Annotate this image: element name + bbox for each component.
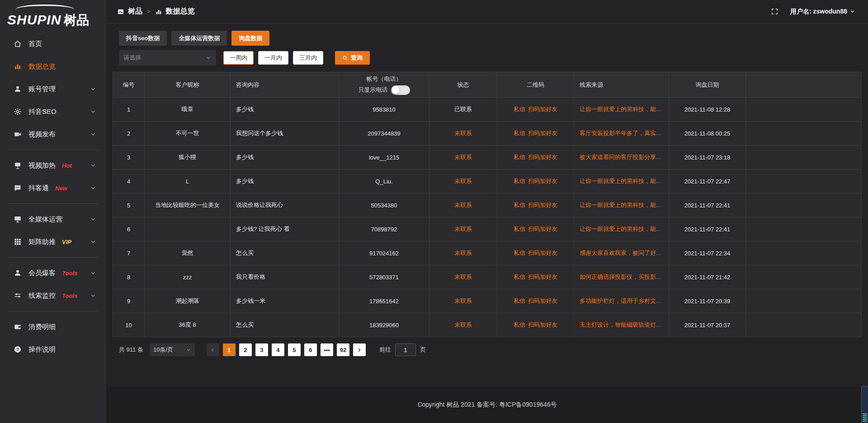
svg-text:?: ? bbox=[16, 347, 19, 352]
sidebar-item-omni-media[interactable]: 全媒体运营 bbox=[0, 208, 106, 230]
lead-source-link[interactable]: 感谢大家喜欢我家，被问了好... bbox=[580, 249, 661, 257]
lead-source-link[interactable]: 让你一眼就爱上的黑科技，能... bbox=[580, 225, 661, 233]
table-row: 10 36度 8 怎么买 183929060 未联系 私信 扫码加好友 bbox=[113, 313, 861, 337]
sidebar-item-help[interactable]: ? 操作说明 bbox=[0, 338, 106, 361]
tab-inquiry-data[interactable]: 询盘数据 bbox=[231, 31, 269, 46]
cell-qrcode: 私信 扫码加好友 bbox=[497, 265, 574, 289]
table-row: 1 哦章 多少钱 9583810 已联系 私信 扫码加好友 bbox=[113, 98, 861, 122]
cell-content: 多少钱 bbox=[231, 98, 339, 121]
page-number-button[interactable]: ••• bbox=[321, 343, 333, 356]
page-size-select[interactable]: 10条/页 bbox=[150, 343, 195, 356]
cell-source: 感谢大家喜欢我家，被问了好... bbox=[574, 241, 669, 265]
cell-nickname: 36度 8 bbox=[145, 313, 231, 337]
video-camera-icon bbox=[14, 130, 22, 138]
scan-add-friend-link[interactable]: 扫码加好友 bbox=[528, 201, 557, 209]
private-message-link[interactable]: 私信 bbox=[514, 201, 525, 209]
filter-select[interactable]: 请选择 bbox=[119, 50, 216, 66]
chevron-down-icon bbox=[90, 108, 96, 115]
page-number-button[interactable]: 6 bbox=[304, 343, 317, 356]
table-header-row: 编号 客户昵称 咨询内容 帐号（电话） 只显示电话 状态 二维码 线索来源 询盘… bbox=[113, 72, 861, 98]
range-button-month[interactable]: 一月内 bbox=[258, 51, 288, 65]
page-number-button[interactable]: 1 bbox=[223, 343, 236, 356]
range-button-week[interactable]: 一周内 bbox=[223, 51, 254, 65]
sidebar-item-douyin-seo[interactable]: 抖音SEO bbox=[0, 100, 106, 123]
tab-douyin-seo-data[interactable]: 抖音seo数据 bbox=[119, 31, 167, 46]
sidebar-label: 数据总览 bbox=[28, 62, 56, 71]
sidebar-item-expense-detail[interactable]: 消费明细 bbox=[0, 315, 106, 338]
sidebar-item-lead-monitor[interactable]: 线索监控 Tools bbox=[0, 284, 106, 307]
cell-qrcode: 私信 扫码加好友 bbox=[497, 98, 574, 121]
lead-source-link[interactable]: 被大家追着问的客厅投影分享... bbox=[580, 153, 661, 161]
scan-add-friend-link[interactable]: 扫码加好友 bbox=[528, 273, 557, 281]
cell-content: 多少钱 bbox=[231, 146, 339, 169]
qr-links: 私信 扫码加好友 bbox=[514, 321, 557, 329]
cell-date: 2021-11-08 12:28 bbox=[669, 98, 746, 121]
next-page-button[interactable] bbox=[353, 343, 366, 356]
sidebar-item-video-publish[interactable]: 视频发布 bbox=[0, 123, 106, 146]
cell-id: 7 bbox=[113, 241, 145, 265]
lead-source-link[interactable]: 让你一眼就爱上的黑科技，能... bbox=[580, 201, 661, 209]
chevron-down-icon bbox=[186, 347, 191, 352]
phone-only-toggle[interactable] bbox=[391, 85, 410, 95]
scan-add-friend-link[interactable]: 扫码加好友 bbox=[528, 249, 557, 257]
cell-content: 我只看价格 bbox=[231, 265, 339, 289]
sidebar-item-account-mgmt[interactable]: 账号管理 bbox=[0, 78, 106, 100]
page-number-button[interactable]: 4 bbox=[272, 343, 284, 356]
search-button[interactable]: 查询 bbox=[335, 51, 370, 65]
lead-source-link[interactable]: 无主灯设计，智能磁吸轨道灯... bbox=[580, 321, 661, 329]
cell-account: 917024162 bbox=[339, 241, 429, 265]
lead-source-link[interactable]: 让你一眼就爱上的黑科技，能... bbox=[580, 105, 661, 113]
private-message-link[interactable]: 私信 bbox=[514, 321, 525, 329]
cell-id: 5 bbox=[113, 193, 145, 217]
range-button-quarter[interactable]: 三月内 bbox=[293, 51, 323, 65]
chevron-down-icon bbox=[205, 55, 212, 61]
cell-nickname: 不可一世 bbox=[145, 122, 231, 145]
status-badge: 未联系 bbox=[454, 225, 472, 233]
sidebar-item-data-overview[interactable]: 数据总览 bbox=[0, 55, 106, 78]
lead-source-link[interactable]: 如何正确选择投影仪，买投影... bbox=[580, 273, 661, 281]
cell-content: 我想问这个多少钱 bbox=[231, 122, 339, 145]
cell-status: 未联系 bbox=[429, 265, 497, 289]
private-message-link[interactable]: 私信 bbox=[514, 153, 525, 161]
user-menu[interactable]: 用户名: zswodun88 bbox=[790, 8, 855, 16]
cell-filler bbox=[746, 313, 861, 337]
fullscreen-icon[interactable] bbox=[771, 8, 778, 15]
scan-add-friend-link[interactable]: 扫码加好友 bbox=[528, 105, 557, 113]
sidebar-item-matrix-boost[interactable]: 矩阵助推 VIP bbox=[0, 230, 106, 253]
private-message-link[interactable]: 私信 bbox=[514, 177, 525, 185]
private-message-link[interactable]: 私信 bbox=[514, 273, 525, 281]
private-message-link[interactable]: 私信 bbox=[514, 249, 525, 257]
topbar-right: 用户名: zswodun88 bbox=[771, 8, 855, 16]
goto-page-input[interactable] bbox=[395, 343, 416, 356]
sidebar-divider bbox=[8, 311, 98, 311]
chevron-down-icon bbox=[90, 86, 96, 92]
lead-source-link[interactable]: 客厅安装投影半年多了，真实... bbox=[580, 129, 661, 137]
tab-omni-media-data[interactable]: 全媒体运营数据 bbox=[171, 31, 227, 46]
scan-add-friend-link[interactable]: 扫码加好友 bbox=[528, 297, 557, 305]
private-message-link[interactable]: 私信 bbox=[514, 225, 525, 233]
sidebar-item-home[interactable]: 首页 bbox=[0, 33, 106, 55]
breadcrumb-root[interactable]: 树品 bbox=[128, 7, 142, 16]
prev-page-button[interactable] bbox=[207, 343, 219, 356]
scan-add-friend-link[interactable]: 扫码加好友 bbox=[528, 177, 557, 185]
scan-add-friend-link[interactable]: 扫码加好友 bbox=[528, 129, 557, 137]
sidebar-item-video-heat[interactable]: 视频加热 Hot bbox=[0, 154, 106, 177]
page-number-button[interactable]: 5 bbox=[288, 343, 301, 356]
private-message-link[interactable]: 私信 bbox=[514, 129, 525, 137]
page-number-button[interactable]: 92 bbox=[337, 343, 349, 356]
page-number-button[interactable]: 3 bbox=[255, 343, 268, 356]
mini-widget[interactable] bbox=[861, 386, 868, 423]
lead-source-link[interactable]: 让你一眼就爱上的黑科技，能... bbox=[580, 177, 661, 185]
scan-add-friend-link[interactable]: 扫码加好友 bbox=[528, 225, 557, 233]
cell-date: 2021-11-07 20:37 bbox=[669, 313, 746, 337]
sidebar-item-member-burst[interactable]: 会员爆客 Tools bbox=[0, 262, 106, 284]
page-number-button[interactable]: 2 bbox=[239, 343, 252, 356]
sidebar-item-douketong[interactable]: 抖客通 New bbox=[0, 177, 106, 199]
lead-source-link[interactable]: 多功能护栏灯，适用于乡村文... bbox=[580, 297, 661, 305]
cell-content: 怎么买 bbox=[231, 241, 339, 265]
cell-account: 178651642 bbox=[339, 289, 429, 313]
private-message-link[interactable]: 私信 bbox=[514, 105, 525, 113]
scan-add-friend-link[interactable]: 扫码加好友 bbox=[528, 321, 557, 329]
scan-add-friend-link[interactable]: 扫码加好友 bbox=[528, 153, 557, 161]
private-message-link[interactable]: 私信 bbox=[514, 297, 525, 305]
